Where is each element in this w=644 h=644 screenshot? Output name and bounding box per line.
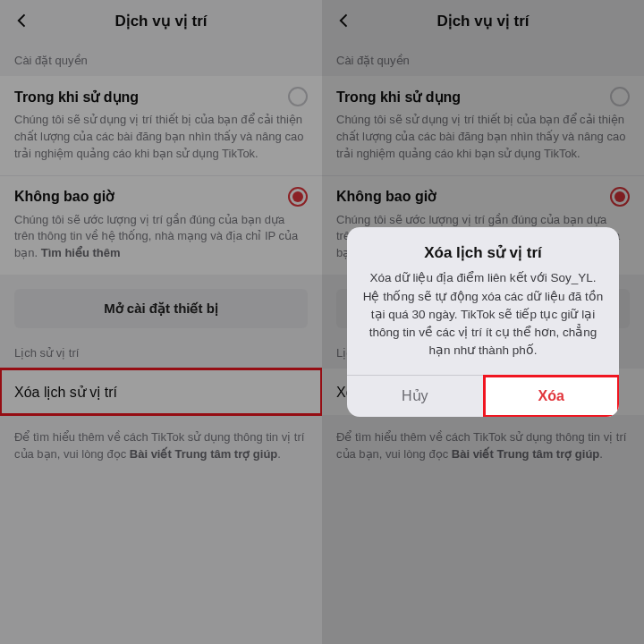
settings-screen-right: Dịch vụ vị trí Cài đặt quyền Trong khi s… (322, 0, 644, 644)
open-device-settings-button[interactable]: Mở cài đặt thiết bị (14, 289, 308, 328)
option-never[interactable]: Không bao giờ Chúng tôi sẽ ước lượng vị … (0, 176, 322, 275)
option-while-using-title: Trong khi sử dụng (14, 89, 139, 106)
confirm-delete-modal: Xóa lịch sử vị trí Xóa dữ liệu địa điểm … (347, 227, 619, 416)
radio-selected-icon[interactable] (288, 187, 308, 207)
help-center-link[interactable]: Bài viết Trung tâm trợ giúp (130, 447, 278, 461)
radio-unselected-icon[interactable] (288, 87, 308, 106)
learn-more-link[interactable]: Tìm hiểu thêm (41, 246, 121, 259)
section-history-label: Lịch sử vị trí (0, 334, 322, 369)
settings-screen-left: Dịch vụ vị trí Cài đặt quyền Trong khi s… (0, 0, 322, 644)
option-while-using-desc: Chúng tôi sẽ sử dụng vị trí thiết bị của… (14, 112, 308, 163)
footer-note: Để tìm hiểu thêm về cách TikTok sử dụng … (0, 415, 322, 478)
delete-location-history-row[interactable]: Xóa lịch sử vị trí (0, 369, 322, 415)
section-permissions-label: Cài đặt quyền (0, 41, 322, 76)
modal-confirm-button[interactable]: Xóa (484, 376, 620, 417)
modal-backdrop: Xóa lịch sử vị trí Xóa dữ liệu địa điểm … (322, 0, 644, 644)
option-never-desc: Chúng tôi sẽ ước lượng vị trí gần đúng c… (14, 212, 308, 263)
option-while-using[interactable]: Trong khi sử dụng Chúng tôi sẽ sử dụng v… (0, 76, 322, 175)
modal-title: Xóa lịch sử vị trí (361, 243, 605, 262)
modal-cancel-button[interactable]: Hủy (347, 376, 484, 417)
header: Dịch vụ vị trí (0, 0, 322, 41)
page-title: Dịch vụ vị trí (7, 12, 315, 30)
modal-body-text: Xóa dữ liệu địa điểm liên kết với Soy_YL… (361, 269, 605, 360)
option-never-title: Không bao giờ (14, 188, 114, 205)
